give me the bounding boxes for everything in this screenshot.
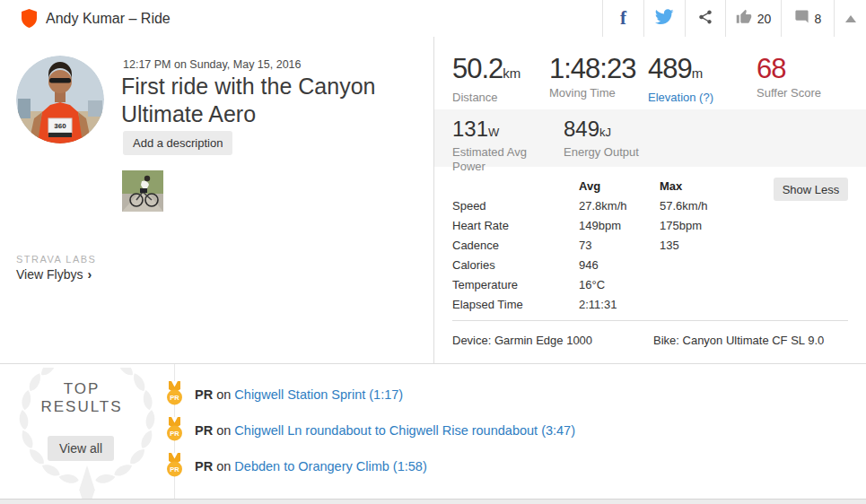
stat-suffer-score: 68 Suffer Score — [757, 54, 821, 104]
pr-medal-icon: PR — [166, 381, 183, 409]
athlete-avatar[interactable]: 360 — [16, 56, 104, 143]
thumbs-up-icon — [736, 9, 752, 29]
table-row: Calories 946 — [452, 255, 767, 274]
table-header-row: Avg Max — [452, 176, 767, 196]
chevron-up-icon — [845, 15, 856, 22]
stat-elevation: 489m Elevation (?) — [648, 54, 757, 104]
social-toolbar: f — [602, 0, 866, 37]
show-less-button[interactable]: Show Less — [774, 178, 848, 201]
view-flybys-link[interactable]: View Flybys› — [16, 267, 92, 282]
top-results-section: TOP RESULTS View all PR PR on Chigwell S… — [0, 364, 866, 499]
device-info: Device: Garmin Edge 1000 — [452, 334, 592, 347]
divider — [452, 320, 848, 321]
twitter-share-button[interactable] — [643, 0, 685, 37]
twitter-icon — [655, 9, 674, 29]
activity-photo-thumbnail[interactable] — [122, 170, 163, 212]
brand: Andy Kumar – Ride — [22, 9, 171, 28]
segment-link[interactable]: Chigwell Station Sprint (1:17) — [234, 387, 403, 402]
primary-stats-row: 50.2km Distance 1:48:23 Moving Time 489m… — [452, 54, 821, 104]
svg-text:PR: PR — [170, 465, 179, 474]
table-row: Temperature 16°C — [452, 274, 767, 294]
table-row: Speed 27.8km/h 57.6km/h — [452, 196, 767, 215]
activity-timestamp: 12:17 PM on Sunday, May 15, 2016 — [123, 58, 302, 71]
facebook-icon: f — [620, 9, 626, 28]
comments-button[interactable]: 8 — [781, 0, 834, 37]
table-row: Elapsed Time 2:11:31 — [452, 294, 767, 314]
segment-link[interactable]: Chigwell Ln roundabout to Chigwell Rise … — [234, 423, 575, 438]
share-icon — [697, 9, 713, 29]
page-bottom-divider — [0, 499, 866, 504]
strava-labs-label: STRAVA LABS — [16, 254, 96, 265]
elevation-help-link[interactable]: Elevation (?) — [648, 91, 713, 104]
view-all-button[interactable]: View all — [48, 436, 114, 461]
col-header-avg: Avg — [579, 179, 660, 193]
svg-text:PR: PR — [170, 430, 179, 438]
page-title: Andy Kumar – Ride — [46, 11, 171, 27]
pr-list-item: PR PR on Debden to Orangery Climb (1:58) — [166, 448, 575, 484]
activity-stats-column: 50.2km Distance 1:48:23 Moving Time 489m… — [434, 37, 866, 363]
stat-moving-time: 1:48:23 Moving Time — [549, 54, 648, 104]
collapse-header-button[interactable] — [834, 0, 866, 37]
header-bar: Andy Kumar – Ride f — [0, 0, 866, 38]
kudos-button[interactable]: 20 — [725, 0, 781, 37]
activity-title: First ride with the Canyon Ultimate Aero — [121, 73, 417, 128]
pr-list-item: PR PR on Chigwell Station Sprint (1:17) — [166, 377, 575, 413]
chevron-right-icon: › — [87, 267, 92, 282]
facebook-share-button[interactable]: f — [602, 0, 643, 37]
pr-medal-icon: PR — [166, 417, 183, 445]
activity-meta-column: 360 12:17 PM on Sunday, May 15, 2016 Fir… — [0, 37, 434, 363]
share-button[interactable] — [685, 0, 725, 37]
strava-activity-page: Andy Kumar – Ride f — [0, 0, 866, 504]
pr-list: PR PR on Chigwell Station Sprint (1:17) … — [166, 377, 575, 484]
stat-energy-output: 849kJ Energy Output — [564, 109, 662, 167]
svg-text:PR: PR — [170, 394, 179, 402]
stat-distance: 50.2km Distance — [452, 54, 549, 104]
bike-info: Bike: Canyon Ultimate CF SL 9.0 — [653, 334, 824, 347]
pr-medal-icon: PR — [166, 453, 183, 481]
svg-text:360: 360 — [54, 122, 66, 130]
table-row: Cadence 73 135 — [452, 235, 767, 255]
pr-list-item: PR PR on Chigwell Ln roundabout to Chigw… — [166, 413, 575, 448]
table-row: Heart Rate 149bpm 175bpm — [452, 215, 767, 235]
add-description-button[interactable]: Add a description — [123, 131, 232, 155]
comment-bubble-icon — [794, 9, 809, 28]
power-stats-band: 131W Estimated Avg Power 849kJ Energy Ou… — [434, 109, 866, 167]
kudos-count: 20 — [757, 12, 772, 26]
strava-shield-icon — [22, 9, 37, 28]
segment-link[interactable]: Debden to Orangery Climb (1:58) — [234, 459, 426, 474]
stat-estimated-avg-power: 131W Estimated Avg Power — [452, 109, 564, 167]
col-header-max: Max — [660, 179, 767, 193]
top-results-panel: TOP RESULTS View all — [0, 364, 175, 499]
activity-summary-section: 360 12:17 PM on Sunday, May 15, 2016 Fir… — [0, 37, 866, 364]
comment-count: 8 — [815, 12, 822, 26]
top-results-heading: TOP RESULTS — [0, 380, 163, 416]
detail-stats-table: Avg Max Speed 27.8km/h 57.6km/h Heart Ra… — [452, 176, 767, 314]
